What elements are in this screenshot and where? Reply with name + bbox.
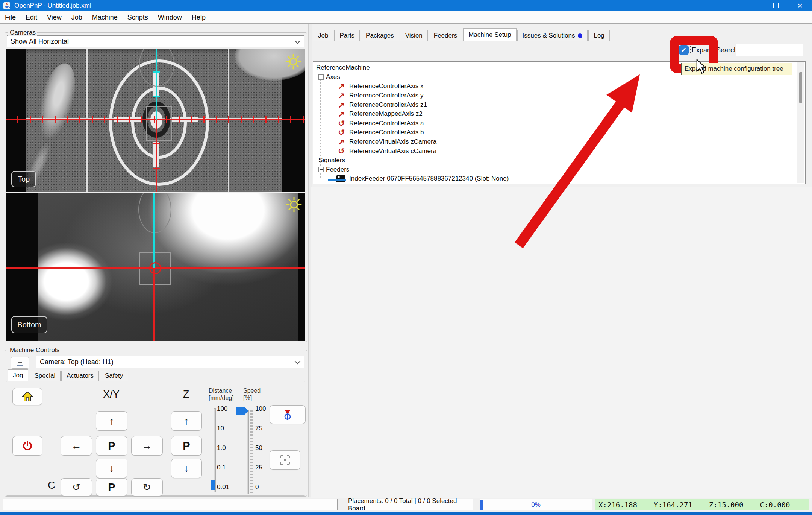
speed-tick-75: 75 [255,425,262,432]
arrow-up-icon: ↑ [184,415,189,427]
jog-tab-jog[interactable]: Jog [8,369,28,381]
tab-job[interactable]: Job [313,30,333,41]
brightness-icon[interactable] [286,196,302,214]
capture-frame-icon [279,454,291,466]
main-tab-bar: JobPartsPackagesVisionFeedersMachine Set… [313,28,810,41]
capture-camera-location-button[interactable] [270,450,300,470]
tree-node-referencecontrolleraxis-a[interactable]: ↺ReferenceControllerAxis a [313,119,805,128]
bottom-camera-label: Bottom [11,316,47,333]
machine-controls-tabs: JogSpecialActuatorsSafety [8,369,129,381]
arrow-down-icon: ↓ [184,463,189,474]
collapse-icon [17,360,23,366]
menu-item-job[interactable]: Job [67,12,87,23]
top-camera-view[interactable]: Top [6,49,305,192]
distance-header: Distance[mm/deg] [209,387,234,401]
c-axis-header: C [45,480,58,491]
linear-axis-icon: ↗ [336,82,346,90]
menu-item-scripts[interactable]: Scripts [123,12,153,23]
tree-label: Feeders [326,166,349,173]
distance-tick-1-0: 1.0 [217,444,226,452]
notification-dot-icon [578,33,582,38]
crosshair-vertical [153,268,155,341]
tree-node-signalers[interactable]: Signalers [313,156,805,165]
tree-node-feeders[interactable]: Feeders [313,165,805,175]
tree-label: ReferenceVirtualAxis zCamera [349,138,436,146]
head-mountable-selected-value: Camera: Top (Head: H1) [40,358,114,366]
menu-item-window[interactable]: Window [153,12,187,23]
park-xy-button[interactable]: P [96,436,127,456]
tree-label: ReferenceVirtualAxis cCamera [349,147,436,155]
nozzle-camera-icon [282,409,294,421]
jog-panel: X/Y Z Distance[mm/deg] Speed[%] ↑ ← P → … [6,381,305,496]
tree-node-referencevirtualaxis-ccamera[interactable]: ↺ReferenceVirtualAxis cCamera [313,146,805,156]
minimize-button[interactable]: – [740,0,764,11]
mouse-cursor [696,59,707,74]
speed-slider[interactable] [247,410,249,494]
tab-packages[interactable]: Packages [361,30,399,41]
expander-minus-icon[interactable] [318,167,324,172]
collapse-jog-button[interactable] [11,357,29,369]
brightness-icon[interactable] [285,53,301,71]
tree-label: ReferenceControllerAxis a [349,120,424,127]
jog-z-minus-button[interactable]: ↓ [171,459,202,478]
tree-scrollbar-thumb[interactable] [799,72,802,103]
expander-minus-icon[interactable] [318,74,324,80]
tab-machine-setup[interactable]: Machine Setup [463,28,516,41]
tree-label: Axes [326,73,340,81]
jog-tab-actuators[interactable]: Actuators [61,371,99,381]
search-input[interactable] [736,44,803,56]
machine-configuration-tree: ReferenceMachineAxes↗ReferenceController… [313,61,806,184]
bottom-camera-view[interactable]: Bottom [6,193,305,341]
tree-node-referencecontrolleraxis-z1[interactable]: ↗ReferenceControllerAxis z1 [313,100,805,109]
jog-y-plus-button[interactable]: ↑ [96,411,127,431]
java-app-icon [3,2,11,9]
rotary-axis-icon: ↺ [336,120,346,127]
distance-tick-0-01: 0.01 [217,483,229,491]
jog-y-minus-button[interactable]: ↓ [96,459,127,478]
menu-item-edit[interactable]: Edit [21,12,42,23]
camera-view-selector[interactable]: Show All Horizontal [7,35,304,47]
tree-node-referencecontrolleraxis-b[interactable]: ↺ReferenceControllerAxis b [313,128,805,137]
tree-scrollbar[interactable] [797,62,804,183]
jog-c-ccw-button[interactable]: ↺ [61,478,92,496]
menu-item-help[interactable]: Help [187,12,211,23]
menu-item-view[interactable]: View [42,12,67,23]
tab-vision[interactable]: Vision [400,30,428,41]
tree-label: ReferenceControllerAxis b [349,129,424,136]
jog-c-cw-button[interactable]: ↻ [131,478,163,496]
home-button[interactable] [12,388,42,405]
maximize-button[interactable] [764,0,788,11]
menu-item-machine[interactable]: Machine [87,12,123,23]
linear-axis-icon: ↗ [336,138,346,146]
jog-z-plus-button[interactable]: ↑ [171,411,202,431]
distance-slider-thumb[interactable] [211,480,215,490]
main-panel: JobPartsPackagesVisionFeedersMachine Set… [311,24,812,497]
tree-node-referencecontrolleraxis-x[interactable]: ↗ReferenceControllerAxis x [313,82,805,91]
tree-node-referencevirtualaxis-zcamera[interactable]: ↗ReferenceVirtualAxis zCamera [313,137,805,147]
tree-label: ReferenceControllerAxis z1 [349,101,427,109]
jog-x-plus-button[interactable]: → [131,436,163,456]
close-button[interactable]: ✕ [788,0,812,11]
position-nozzle-over-camera-button[interactable] [270,405,306,424]
power-button[interactable] [12,436,42,456]
tree-node-referencecontrolleraxis-y[interactable]: ↗ReferenceControllerAxis y [313,91,805,100]
jog-tab-safety[interactable]: Safety [100,371,128,381]
park-c-button[interactable]: P [96,478,127,496]
tab-feeders[interactable]: Feeders [429,30,462,41]
jog-x-minus-button[interactable]: ← [61,436,92,456]
arrow-down-icon: ↓ [109,463,114,474]
tab-parts[interactable]: Parts [334,30,360,41]
maximize-icon [773,3,779,8]
menu-item-file[interactable]: File [0,12,21,23]
tab-log[interactable]: Log [588,30,609,41]
tree-node-indexfeeder-0670ff565457888367212340-slo[interactable]: IndexFeeder 0670FF565457888367212340 (Sl… [313,174,805,184]
arrow-right-icon: → [142,440,152,452]
rotary-axis-icon: ↺ [336,129,346,136]
jog-tab-special[interactable]: Special [29,371,61,381]
head-mountable-selector[interactable]: Camera: Top (Head: H1) [36,356,304,368]
tab-issues-solutions[interactable]: Issues & Solutions [517,30,588,41]
tree-node-referencemappedaxis-z2[interactable]: ↗ReferenceMappedAxis z2 [313,109,805,119]
tree-label: Signalers [318,156,345,164]
crosshair-vertical [156,120,157,192]
park-z-button[interactable]: P [171,436,202,456]
